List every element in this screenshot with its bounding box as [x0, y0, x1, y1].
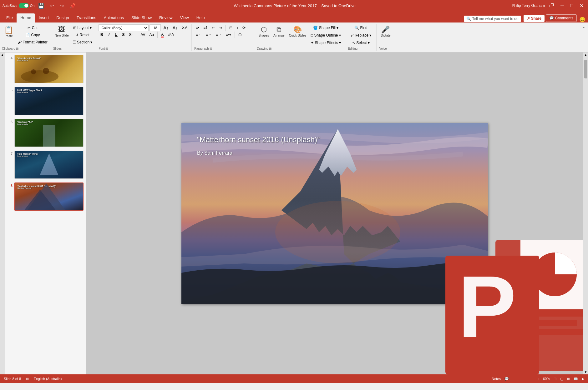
tab-slideshow[interactable]: Slide Show: [128, 13, 155, 22]
section-button[interactable]: ☰ Section ▾: [71, 39, 94, 46]
tab-transitions[interactable]: Transitions: [73, 13, 100, 22]
tab-help[interactable]: Help: [193, 13, 209, 22]
new-slide-button[interactable]: 🖼New Slide: [53, 24, 70, 38]
slide-thumb-6[interactable]: 6 "Wu-tang PT.II" Anonymous: [6, 118, 85, 148]
clipboard-expand-icon[interactable]: ⊞: [16, 47, 18, 50]
strikethrough-button[interactable]: S: [120, 31, 126, 38]
save-button[interactable]: 💾: [36, 2, 46, 9]
notes-btn[interactable]: Notes: [492, 377, 501, 381]
undo-button[interactable]: ↩: [48, 2, 56, 9]
view-normal-btn[interactable]: ▢: [560, 377, 563, 381]
slide-thumb-7[interactable]: 7 Tipis Monk in winter Anonymous: [6, 149, 85, 180]
accessibility-icon[interactable]: ⊞: [26, 377, 29, 381]
slide-thumb-8[interactable]: 8 "Matterhorn sunset 2016 (Unsplash)" By…: [6, 181, 85, 212]
justify-button[interactable]: ≡⇔: [224, 31, 233, 38]
scroll-up[interactable]: ▲: [0, 52, 5, 374]
smart-art-button[interactable]: ⬡: [237, 31, 243, 38]
font-family-select[interactable]: Calibri (Body): [99, 24, 149, 31]
pin-button[interactable]: 📌: [68, 2, 78, 9]
slide-title[interactable]: “Matterhorn sunset 2016 (Unsplash)”: [197, 135, 320, 144]
scroll-thumb[interactable]: [584, 60, 587, 78]
tab-home[interactable]: Home: [17, 13, 35, 22]
format-painter-button[interactable]: 🖌 Format Painter: [16, 39, 49, 46]
slide-img-7[interactable]: Tipis Monk in winter Anonymous: [14, 151, 84, 179]
tab-design[interactable]: Design: [53, 13, 73, 22]
emoji-button[interactable]: 😊: [579, 17, 585, 22]
shape-effects-button[interactable]: ✦ Shape Effects ▾: [309, 39, 342, 46]
autosave-pill[interactable]: [19, 3, 29, 8]
arrange-button[interactable]: ⧉ Arrange: [272, 24, 286, 38]
drawing-expand-icon[interactable]: ⊞: [269, 47, 271, 50]
minimize-button[interactable]: ─: [559, 2, 566, 9]
align-right-button[interactable]: ≡→: [214, 31, 223, 38]
shape-fill-button[interactable]: 🪣 Shape Fill ▾: [309, 24, 342, 31]
tab-file[interactable]: File: [3, 13, 17, 22]
close-button[interactable]: ✕: [578, 2, 585, 9]
autosave-toggle[interactable]: AutoSave On: [3, 3, 34, 8]
redo-button[interactable]: ↪: [58, 2, 66, 9]
zoom-in-btn[interactable]: +: [537, 377, 539, 381]
copy-button[interactable]: 📄 Copy: [16, 32, 49, 38]
slide-img-4[interactable]: "Camels in the Desert" Anonymous: [14, 55, 84, 83]
comments-button[interactable]: 💬 Comments: [546, 14, 577, 22]
view-slideshow-btn[interactable]: ▶: [582, 377, 584, 381]
text-case-button[interactable]: Aa: [148, 31, 156, 38]
scroll-up-arrow[interactable]: ▲: [1, 53, 4, 57]
quick-styles-button[interactable]: 🎨 Quick Styles: [287, 24, 308, 38]
scroll-down-btn[interactable]: ▼: [583, 370, 588, 374]
tab-animations[interactable]: Animations: [100, 13, 128, 22]
font-color-button[interactable]: A: [160, 31, 165, 38]
bold-button[interactable]: B: [99, 31, 105, 38]
restore-button[interactable]: 🗗: [547, 2, 556, 9]
view-slide-sorter-btn[interactable]: ⊞: [567, 377, 570, 381]
fit-slide-btn[interactable]: ⊞: [554, 377, 556, 381]
font-expand-icon[interactable]: ⊞: [105, 47, 108, 50]
maximize-button[interactable]: □: [568, 2, 575, 9]
underline-button[interactable]: U: [113, 31, 119, 38]
slide-scrollbar[interactable]: ▲ ▼: [583, 52, 588, 374]
layout-button[interactable]: ⊞ Layout ▾: [71, 24, 94, 31]
align-center-button[interactable]: ≡↔: [204, 31, 213, 38]
ribbon-search-box[interactable]: 🔍 Tell me what you want to do: [464, 16, 521, 22]
slide-img-8[interactable]: "Matterhorn sunset 2016 (Unsplash)" By S…: [14, 182, 84, 211]
slide-thumb-5[interactable]: 5 2017 IOTW Lgger Shoot Anonymous: [6, 86, 85, 116]
replace-button[interactable]: ⇄ Replace ▾: [348, 32, 374, 39]
line-spacing-button[interactable]: ↕: [235, 24, 240, 31]
char-spacing-button[interactable]: AV: [139, 31, 147, 38]
bullets-button[interactable]: ≡•: [194, 24, 201, 31]
paste-button[interactable]: 📋Paste: [2, 24, 16, 39]
cut-button[interactable]: ✂ Cut: [16, 24, 49, 31]
text-shadow-button[interactable]: S⁻: [127, 31, 135, 38]
highlight-button[interactable]: 🖊A: [166, 31, 175, 38]
slide-img-5[interactable]: 2017 IOTW Lgger Shoot Anonymous: [14, 87, 84, 115]
share-button[interactable]: ↗ Share: [524, 15, 545, 22]
increase-indent-button[interactable]: ⇥: [217, 24, 224, 31]
font-size-increase-button[interactable]: A↑: [162, 24, 170, 31]
paragraph-expand-icon[interactable]: ⊞: [210, 47, 212, 50]
zoom-out-btn[interactable]: ─: [513, 377, 515, 381]
view-reading-btn[interactable]: 📖: [574, 377, 578, 381]
slide-img-6[interactable]: "Wu-tang PT.II" Anonymous: [14, 119, 84, 147]
shapes-button[interactable]: ⬡ Shapes: [257, 24, 271, 38]
find-button[interactable]: 🔍 Find: [348, 24, 374, 31]
comments-icon[interactable]: 💬: [504, 377, 509, 381]
tab-insert[interactable]: Insert: [35, 13, 53, 22]
shape-outline-button[interactable]: □ Shape Outline ▾: [309, 32, 342, 39]
dictate-button[interactable]: 🎤 Dictate: [379, 24, 392, 38]
font-size-decrease-button[interactable]: A↓: [171, 24, 179, 31]
align-left-button[interactable]: ≡←: [194, 31, 203, 38]
slide-subtitle[interactable]: By Sam Ferrara: [197, 150, 232, 156]
text-direction-button[interactable]: ⟳: [241, 24, 247, 31]
tab-review[interactable]: Review: [155, 13, 176, 22]
scroll-up-btn[interactable]: ▲: [583, 52, 588, 57]
slide-canvas[interactable]: “Matterhorn sunset 2016 (Unsplash)” By S…: [181, 123, 488, 304]
reset-button[interactable]: ↺ Reset: [71, 32, 94, 38]
font-size-input[interactable]: [150, 24, 161, 31]
tab-view[interactable]: View: [176, 13, 193, 22]
zoom-slider[interactable]: ──────: [519, 377, 534, 381]
decrease-indent-button[interactable]: ⇤: [210, 24, 216, 31]
select-button[interactable]: ↖ Select ▾: [348, 39, 374, 46]
italic-button[interactable]: I: [106, 31, 112, 38]
clear-format-button[interactable]: ✕A: [180, 24, 189, 31]
slide-thumb-4[interactable]: 4 "Camels in the Desert" Anonymous: [6, 54, 85, 84]
